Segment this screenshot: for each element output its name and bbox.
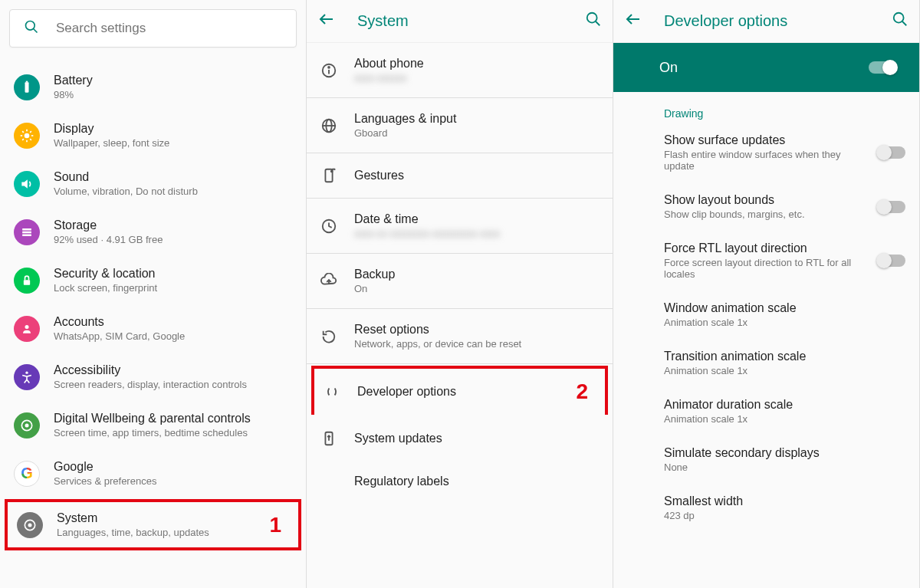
search-settings[interactable]: [9, 9, 297, 48]
settings-item-google[interactable]: G Google Services & preferences: [0, 449, 306, 498]
label: Simulate secondary displays: [664, 446, 905, 460]
label: About phone: [354, 57, 424, 71]
header: Developer options: [613, 0, 919, 43]
dev-item-transition-animation[interactable]: Transition animation scale Animation sca…: [613, 339, 919, 387]
highlight-number-1: 1: [269, 513, 289, 537]
settings-item-security[interactable]: Security & location Lock screen, fingerp…: [0, 256, 306, 304]
settings-item-battery[interactable]: Battery 98%: [0, 63, 306, 111]
accessibility-icon: [14, 364, 40, 390]
search-icon[interactable]: [892, 11, 909, 31]
label: Display: [54, 122, 169, 136]
svg-rect-15: [22, 231, 31, 233]
back-icon[interactable]: [317, 10, 336, 33]
sub: Services & preferences: [54, 475, 156, 487]
system-item-regulatory[interactable]: Regulatory labels: [307, 461, 613, 502]
settings-item-sound[interactable]: Sound Volume, vibration, Do not disturb: [0, 159, 306, 208]
sub: None: [664, 462, 863, 473]
updates-icon: [320, 430, 354, 447]
label: Sound: [54, 170, 198, 184]
label: Languages & input: [354, 112, 456, 126]
svg-point-19: [25, 371, 28, 373]
svg-point-18: [25, 325, 29, 329]
label: System: [57, 511, 209, 525]
sub: Lock screen, fingerprint: [54, 282, 157, 294]
svg-point-29: [328, 66, 330, 67]
page-title: System: [357, 12, 585, 30]
toggle-switch[interactable]: [878, 201, 905, 213]
settings-item-accounts[interactable]: Accounts WhatsApp, SIM Card, Google: [0, 304, 306, 353]
info-icon: [320, 62, 354, 79]
label: Battery: [54, 74, 93, 87]
toggle-switch[interactable]: [878, 255, 905, 267]
settings-panel: Battery 98% Display Wallpaper, sleep, fo…: [0, 0, 307, 588]
label: Security & location: [54, 267, 157, 281]
system-item-datetime[interactable]: Date & time xxxx xx xxxxxxxx xxxxxxxxx x…: [307, 199, 613, 254]
dev-item-window-animation[interactable]: Window animation scale Animation scale 1…: [613, 291, 919, 339]
system-item-backup[interactable]: Backup On: [307, 254, 613, 309]
svg-point-23: [28, 524, 31, 526]
sub: 92% used · 4.91 GB free: [54, 234, 163, 245]
settings-item-storage[interactable]: Storage 92% used · 4.91 GB free: [0, 208, 306, 256]
dev-item-force-rtl[interactable]: Force RTL layout direction Force screen …: [613, 231, 919, 291]
system-item-reset[interactable]: Reset options Network, apps, or device c…: [307, 309, 613, 364]
svg-rect-14: [22, 228, 31, 231]
label: Reset options: [354, 323, 521, 337]
label: Force RTL layout direction: [664, 241, 872, 255]
sub: Animation scale 1x: [664, 413, 863, 425]
label: Transition animation scale: [664, 350, 905, 363]
dev-item-smallest-width[interactable]: Smallest width 423 dp: [613, 484, 919, 532]
sub: Languages, time, backup, updates: [57, 527, 209, 538]
sub: xxxx xxxxxx: [354, 72, 424, 84]
globe-icon: [320, 117, 354, 134]
master-toggle-switch[interactable]: [869, 61, 896, 74]
search-input[interactable]: [56, 21, 282, 36]
label: Accessibility: [54, 363, 247, 377]
svg-point-0: [26, 21, 35, 30]
dev-item-layout-bounds[interactable]: Show layout bounds Show clip bounds, mar…: [613, 182, 919, 231]
svg-point-21: [25, 423, 29, 427]
wellbeing-icon: [14, 412, 40, 439]
developer-icon: [324, 383, 357, 400]
toggle-switch[interactable]: [878, 146, 905, 159]
section-drawing: Drawing: [613, 92, 919, 123]
back-icon[interactable]: [624, 10, 642, 33]
label: Show surface updates: [664, 133, 872, 147]
sub: Animation scale 1x: [664, 317, 863, 328]
system-item-gestures[interactable]: Gestures: [307, 153, 613, 199]
dev-item-surface-updates[interactable]: Show surface updates Flash entire window…: [613, 123, 919, 182]
svg-rect-16: [22, 234, 31, 236]
svg-rect-17: [24, 280, 30, 285]
svg-point-34: [331, 171, 333, 172]
sub: xxxx xx xxxxxxxx xxxxxxxxx xxxx: [354, 228, 500, 239]
sub: Show clip bounds, margins, etc.: [664, 209, 863, 220]
settings-item-display[interactable]: Display Wallpaper, sleep, font size: [0, 111, 306, 159]
master-toggle-row[interactable]: On: [613, 43, 919, 92]
highlight-number-2: 2: [576, 379, 596, 404]
label: System updates: [354, 432, 442, 445]
label: Window animation scale: [664, 301, 905, 315]
system-item-about[interactable]: About phone xxxx xxxxxx: [307, 43, 613, 98]
sub: Force screen layout direction to RTL for…: [664, 257, 863, 280]
search-icon[interactable]: [585, 11, 602, 31]
google-icon: G: [14, 461, 40, 487]
sub: 423 dp: [664, 510, 863, 521]
settings-item-wellbeing[interactable]: Digital Wellbeing & parental controls Sc…: [0, 401, 306, 449]
system-item-developer[interactable]: Developer options 2: [311, 366, 608, 415]
system-item-updates[interactable]: System updates: [307, 416, 613, 461]
sound-icon: [14, 171, 40, 197]
search-icon: [24, 19, 39, 38]
label: Accounts: [54, 315, 185, 329]
label: Digital Wellbeing & parental controls: [54, 412, 251, 425]
settings-item-accessibility[interactable]: Accessibility Screen readers, display, i…: [0, 353, 306, 401]
system-item-languages[interactable]: Languages & input Gboard: [307, 98, 613, 153]
svg-line-9: [22, 131, 24, 133]
sub: 98%: [54, 89, 93, 100]
sub: Animation scale 1x: [664, 365, 863, 376]
settings-item-system[interactable]: System Languages, time, backup, updates …: [5, 499, 301, 550]
sub: Screen time, app timers, bedtime schedul…: [54, 427, 251, 439]
dev-item-animator-duration[interactable]: Animator duration scale Animation scale …: [613, 387, 919, 435]
reset-icon: [320, 328, 354, 345]
system-icon: [17, 512, 43, 538]
developer-panel: Developer options On Drawing Show surfac…: [613, 0, 920, 588]
dev-item-secondary-displays[interactable]: Simulate secondary displays None: [613, 435, 919, 484]
